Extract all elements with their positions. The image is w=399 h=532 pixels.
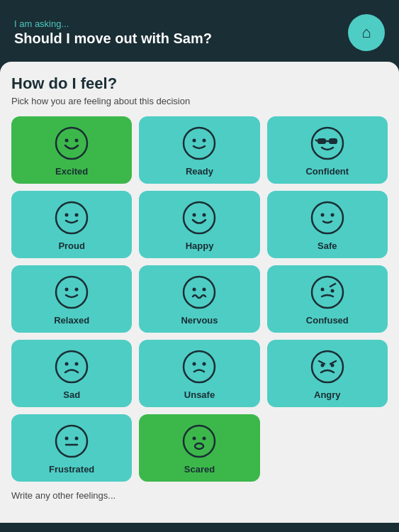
svg-point-20 <box>56 277 87 308</box>
header-title: Should I move out with Sam? <box>14 31 212 47</box>
relaxed-face-icon <box>53 274 90 311</box>
emotion-card-relaxed[interactable]: Relaxed <box>11 265 132 333</box>
svg-point-13 <box>75 214 79 217</box>
svg-point-34 <box>193 362 196 366</box>
svg-point-21 <box>65 288 69 292</box>
excited-face-icon <box>53 125 90 162</box>
svg-rect-8 <box>329 138 337 144</box>
svg-line-10 <box>315 140 317 141</box>
svg-point-3 <box>184 128 215 159</box>
svg-point-0 <box>56 128 87 159</box>
nervous-face-icon <box>181 274 218 311</box>
svg-point-46 <box>193 437 196 440</box>
nervous-label: Nervous <box>181 315 218 326</box>
emotion-card-frustrated[interactable]: Frustrated <box>11 414 132 482</box>
svg-point-14 <box>184 202 215 233</box>
svg-point-15 <box>193 214 196 217</box>
emotion-card-safe[interactable]: Safe <box>267 191 388 258</box>
svg-point-24 <box>193 288 196 292</box>
svg-point-26 <box>312 277 343 308</box>
main-content: How do I feel? Pick how you are feeling … <box>0 62 399 523</box>
section-title: How do I feel? <box>11 74 388 93</box>
proud-face-icon <box>53 199 90 236</box>
happy-label: Happy <box>186 240 214 251</box>
header-text: I am asking... Should I move out with Sa… <box>14 18 212 47</box>
ready-face-icon <box>181 125 218 162</box>
svg-point-12 <box>65 214 69 217</box>
unsafe-face-icon <box>181 348 218 385</box>
svg-point-41 <box>56 426 87 457</box>
emotion-card-happy[interactable]: Happy <box>139 191 259 258</box>
confident-face-icon <box>309 125 346 162</box>
svg-line-38 <box>330 361 336 364</box>
svg-point-23 <box>184 277 215 308</box>
emotion-card-scared[interactable]: Scared <box>139 414 259 482</box>
emotion-card-sad[interactable]: Sad <box>11 340 132 407</box>
emotion-card-nervous[interactable]: Nervous <box>139 265 259 333</box>
svg-point-19 <box>330 214 334 217</box>
frustrated-face-icon <box>53 423 90 460</box>
section-subtitle: Pick how you are feeling about this deci… <box>11 96 388 106</box>
header-subtitle: I am asking... <box>14 18 212 29</box>
frustrated-label: Frustrated <box>49 464 94 475</box>
emotion-card-ready[interactable]: Ready <box>139 116 259 184</box>
svg-point-45 <box>184 426 215 457</box>
relaxed-label: Relaxed <box>54 315 89 326</box>
svg-line-29 <box>330 284 335 287</box>
home-icon: ⌂ <box>361 23 371 42</box>
svg-point-1 <box>65 139 69 143</box>
safe-face-icon <box>309 199 346 236</box>
svg-point-33 <box>184 351 215 382</box>
svg-point-40 <box>330 364 334 367</box>
confused-label: Confused <box>306 315 349 326</box>
angry-label: Angry <box>314 389 341 400</box>
emotion-card-unsafe[interactable]: Unsafe <box>139 340 259 407</box>
excited-label: Excited <box>55 166 88 177</box>
svg-point-6 <box>312 128 343 159</box>
svg-point-47 <box>203 437 206 440</box>
svg-point-25 <box>203 288 206 292</box>
ready-label: Ready <box>186 166 213 177</box>
svg-point-16 <box>203 214 206 217</box>
home-button[interactable]: ⌂ <box>348 14 385 51</box>
svg-point-27 <box>320 288 324 292</box>
emotion-card-confused[interactable]: Confused <box>267 265 388 333</box>
confused-face-icon <box>309 274 346 311</box>
svg-point-18 <box>320 214 324 217</box>
svg-point-28 <box>330 289 334 293</box>
header: I am asking... Should I move out with Sa… <box>0 0 399 62</box>
svg-rect-7 <box>317 138 326 144</box>
svg-point-35 <box>203 362 206 366</box>
sad-label: Sad <box>63 389 80 400</box>
svg-point-11 <box>56 202 87 233</box>
confident-label: Confident <box>305 166 349 177</box>
safe-label: Safe <box>317 240 337 251</box>
svg-point-4 <box>193 139 196 143</box>
svg-point-22 <box>75 288 79 292</box>
unsafe-label: Unsafe <box>184 389 215 400</box>
svg-point-30 <box>56 351 87 382</box>
svg-point-39 <box>320 364 324 367</box>
svg-point-48 <box>195 443 203 449</box>
emotion-card-confident[interactable]: Confident <box>267 116 388 184</box>
emotion-grid: Excited Ready Confident Proud Happy Safe… <box>11 116 388 482</box>
sad-face-icon <box>53 348 90 385</box>
proud-label: Proud <box>58 240 85 251</box>
svg-point-43 <box>75 437 79 440</box>
svg-point-36 <box>312 351 343 382</box>
svg-point-17 <box>312 202 343 233</box>
svg-line-37 <box>319 361 325 364</box>
scared-face-icon <box>181 423 218 460</box>
write-more-label: Write any other feelings... <box>11 490 388 501</box>
emotion-card-excited[interactable]: Excited <box>11 116 132 184</box>
emotion-card-proud[interactable]: Proud <box>11 191 132 258</box>
svg-point-42 <box>65 437 69 440</box>
svg-point-2 <box>75 139 79 143</box>
svg-point-5 <box>203 139 206 143</box>
angry-face-icon <box>309 348 346 385</box>
scared-label: Scared <box>184 464 215 475</box>
happy-face-icon <box>181 199 218 236</box>
emotion-card-angry[interactable]: Angry <box>267 340 388 407</box>
svg-point-32 <box>75 362 79 366</box>
svg-point-31 <box>65 362 69 366</box>
